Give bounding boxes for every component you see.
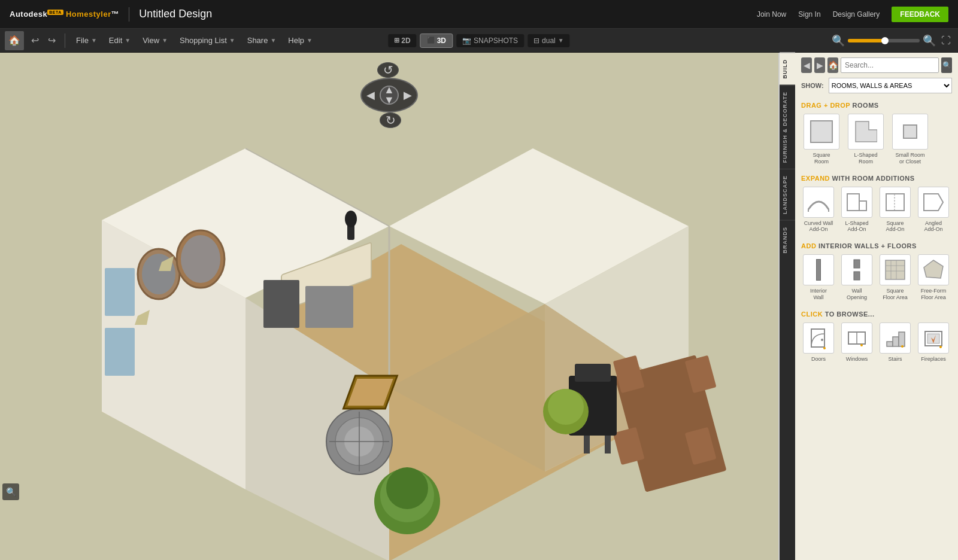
drag-drop-section: DRAG + DROP ROOMS SquareRoom [801, 102, 952, 165]
doors-icon [803, 322, 834, 354]
sign-in-link[interactable]: Sign In [798, 10, 820, 19]
angled-addon-item[interactable]: AngledAdd-On [916, 187, 951, 233]
doors-item[interactable]: Doors [801, 322, 836, 362]
show-label: SHOW: [801, 82, 824, 89]
panel-search-button[interactable]: 🔍 [941, 57, 952, 73]
fullscreen-button[interactable]: ⛶ [939, 34, 953, 48]
sq-floor-item[interactable]: SquareFloor Area [878, 254, 912, 301]
svg-rect-66 [887, 342, 893, 346]
zoom-slider[interactable] [848, 39, 920, 42]
svg-point-26 [386, 467, 428, 509]
svg-rect-47 [847, 194, 859, 211]
stairs-icon [880, 322, 911, 354]
viewport-search-icon[interactable]: 🔍 [2, 483, 19, 500]
snapshots-btn[interactable]: 📷 SNAPSHOTS [456, 34, 524, 47]
top-right-links: Join Now Sign In Design Gallery FEEDBACK [757, 7, 948, 22]
interior-prefix: ADD [801, 242, 816, 249]
scene-canvas [0, 53, 778, 560]
sq-addon-icon [880, 187, 911, 218]
shopping-list-menu[interactable]: Shopping List▼ [174, 34, 241, 47]
expand-prefix: EXPAND [801, 175, 830, 182]
freeform-floor-item[interactable]: Free-FormFloor Area [916, 254, 951, 301]
panel-home-button[interactable]: 🏠 [827, 57, 838, 73]
expand-suffix: WITH ROOM ADDITIONS [832, 175, 915, 182]
svg-rect-11 [105, 328, 135, 376]
stairs-item[interactable]: Stairs [878, 322, 912, 362]
small-room-item[interactable]: Small Roomor Closet [890, 114, 930, 165]
svg-point-15 [181, 235, 220, 283]
share-menu[interactable]: Share▼ [241, 34, 283, 47]
l-addon-svg [846, 193, 868, 212]
undo-button[interactable]: ↩ [26, 32, 43, 49]
interior-grid: InteriorWall WallOpening [801, 254, 952, 301]
svg-rect-67 [893, 337, 899, 346]
drag-drop-header: DRAG + DROP ROOMS [801, 102, 952, 109]
browse-prefix: CLICK [801, 311, 823, 318]
doors-label: Doors [811, 356, 826, 362]
drag-drop-prefix: DRAG + DROP [801, 102, 850, 109]
rotate-left-button[interactable]: ↺ [377, 62, 399, 78]
curved-wall-label: Curved WallAdd-On [804, 220, 833, 233]
zoom-thumb[interactable] [881, 37, 889, 44]
svg-point-65 [860, 344, 863, 346]
angled-addon-icon [918, 187, 949, 218]
panel-content: ◀ ▶ 🏠 🔍 SHOW: ROOMS, WALLS & AREAS FURNI… [795, 53, 958, 560]
home-button[interactable]: 🏠 [5, 31, 24, 50]
curved-wall-item[interactable]: Curved WallAdd-On [801, 187, 836, 233]
expand-grid: Curved WallAdd-On L-ShapedAdd-On [801, 187, 952, 233]
viewport[interactable]: ↺ ▲ ▼ ◀ ▶ ↻ [0, 53, 778, 560]
panel-forward-button[interactable]: ▶ [814, 57, 825, 73]
feedback-button[interactable]: FEEDBACK [892, 7, 948, 22]
l-addon-item[interactable]: L-ShapedAdd-On [839, 187, 874, 233]
view-2d-toggle[interactable]: ⊞ 2D [388, 34, 416, 47]
small-room-icon [892, 114, 928, 150]
nav-ring: ▲ ▼ ◀ ▶ [360, 78, 418, 112]
zoom-controls: 🔍 🔍 ⛶ [831, 34, 953, 48]
panel-nav-row: ◀ ▶ 🏠 🔍 [801, 57, 952, 73]
build-tab[interactable]: BUILD [780, 53, 795, 85]
file-menu[interactable]: File▼ [70, 34, 103, 47]
browse-grid: Doors Windows [801, 322, 952, 362]
svg-marker-44 [856, 121, 877, 142]
panel-search-input[interactable] [841, 57, 939, 73]
interior-wall-icon [803, 254, 834, 285]
sq-addon-label: SquareAdd-On [886, 220, 904, 233]
landscape-tab[interactable]: LANDSCAPE [780, 169, 795, 220]
help-menu[interactable]: Help▼ [282, 34, 319, 47]
windows-item[interactable]: Windows [839, 322, 874, 362]
square-room-icon [804, 114, 839, 150]
pan-left-button[interactable]: ◀ [366, 89, 375, 102]
view-menu[interactable]: View▼ [137, 34, 174, 47]
view-3d-toggle[interactable]: ⬛ 3D [420, 34, 453, 48]
svg-point-61 [821, 339, 823, 341]
show-dropdown[interactable]: ROOMS, WALLS & AREAS FURNITURE ALL [829, 78, 952, 93]
l-shaped-room-item[interactable]: L-ShapedRoom [845, 114, 886, 165]
dual-view-btn[interactable]: ⊟ dual ▼ [527, 34, 570, 47]
join-now-link[interactable]: Join Now [757, 10, 786, 19]
zoom-out-button[interactable]: 🔍 [831, 34, 845, 48]
furnish-tab[interactable]: FURNISH & DECORATE [780, 85, 795, 169]
svg-rect-33 [575, 364, 611, 382]
drag-drop-suffix: ROOMS [853, 102, 879, 109]
pan-right-button[interactable]: ▶ [404, 89, 412, 102]
pan-down-button[interactable]: ▼ [384, 94, 395, 106]
rotate-right-button[interactable]: ↻ [380, 112, 401, 128]
sq-addon-item[interactable]: SquareAdd-On [878, 187, 912, 233]
freeform-floor-icon [918, 254, 949, 285]
wall-opening-icon [841, 254, 872, 285]
expand-section: EXPAND WITH ROOM ADDITIONS Curved WallAd… [801, 175, 952, 233]
svg-point-69 [901, 345, 904, 348]
svg-rect-54 [886, 260, 905, 279]
design-gallery-link[interactable]: Design Gallery [833, 10, 880, 19]
redo-button[interactable]: ↪ [43, 32, 60, 49]
interior-wall-item[interactable]: InteriorWall [801, 254, 836, 301]
panel-back-button[interactable]: ◀ [801, 57, 812, 73]
brands-tab[interactable]: BRANDS [780, 220, 795, 260]
fireplaces-item[interactable]: Fireplaces [916, 322, 951, 362]
wall-opening-item[interactable]: WallOpening [839, 254, 874, 301]
zoom-in-button[interactable]: 🔍 [922, 34, 936, 48]
sq-floor-svg [884, 259, 906, 281]
edit-menu[interactable]: Edit▼ [103, 34, 137, 47]
square-room-item[interactable]: SquareRoom [801, 114, 842, 165]
title-separator [129, 7, 129, 22]
